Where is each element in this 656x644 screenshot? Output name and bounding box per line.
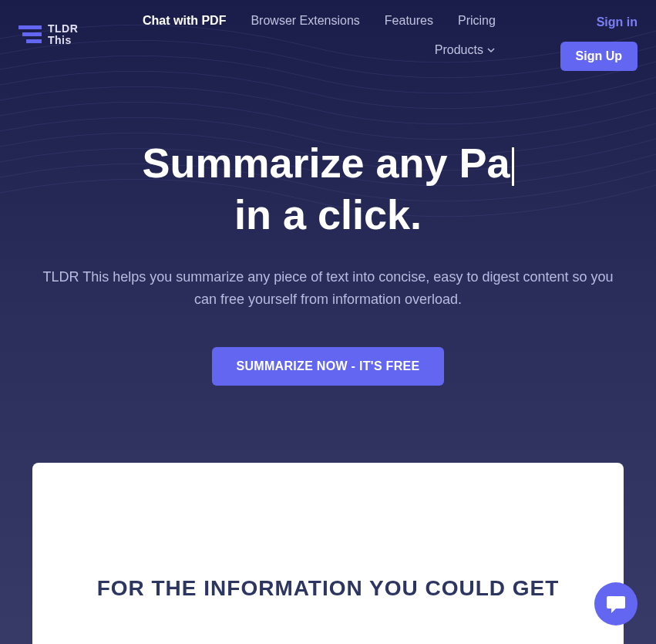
hero-title-line1: Summarize any Pa bbox=[31, 140, 625, 186]
summarize-now-button[interactable]: SUMMARIZE NOW - IT'S FREE bbox=[212, 347, 445, 386]
nav-products[interactable]: Products bbox=[435, 43, 496, 57]
nav-products-label: Products bbox=[435, 43, 483, 57]
nav-row-2: Products bbox=[435, 43, 496, 57]
video-container[interactable]: FOR THE INFORMATION YOU COULD GET bbox=[32, 463, 624, 644]
svg-rect-1 bbox=[22, 32, 42, 36]
nav-row-1: Chat with PDF Browser Extensions Feature… bbox=[143, 14, 496, 28]
logo-icon bbox=[19, 25, 42, 44]
header: TLDR This Chat with PDF Browser Extensio… bbox=[0, 0, 656, 79]
signup-button[interactable]: Sign Up bbox=[560, 42, 637, 71]
svg-rect-0 bbox=[19, 25, 42, 29]
hero-subtitle: TLDR This helps you summarize any piece … bbox=[35, 266, 621, 311]
header-right: Sign in Sign Up bbox=[560, 8, 637, 71]
nav-pricing[interactable]: Pricing bbox=[458, 14, 496, 28]
hero-section: Summarize any Pa in a click. TLDR This h… bbox=[0, 79, 656, 416]
chat-icon bbox=[605, 593, 627, 615]
video-caption: FOR THE INFORMATION YOU COULD GET bbox=[97, 576, 560, 601]
hero-title-text: Summarize any Pa bbox=[142, 140, 510, 186]
nav-browser-extensions[interactable]: Browser Extensions bbox=[251, 14, 359, 28]
hero-title-line2: in a click. bbox=[31, 192, 625, 238]
chat-widget-button[interactable] bbox=[594, 582, 637, 625]
logo[interactable]: TLDR This bbox=[19, 23, 78, 47]
nav-chat-with-pdf[interactable]: Chat with PDF bbox=[143, 14, 226, 28]
nav-main: Chat with PDF Browser Extensions Feature… bbox=[143, 8, 496, 57]
chevron-down-icon bbox=[486, 46, 496, 55]
signin-link[interactable]: Sign in bbox=[597, 15, 637, 29]
nav-features[interactable]: Features bbox=[385, 14, 433, 28]
logo-text: TLDR This bbox=[48, 23, 78, 47]
svg-rect-2 bbox=[26, 39, 42, 43]
typing-cursor-icon bbox=[512, 147, 514, 186]
